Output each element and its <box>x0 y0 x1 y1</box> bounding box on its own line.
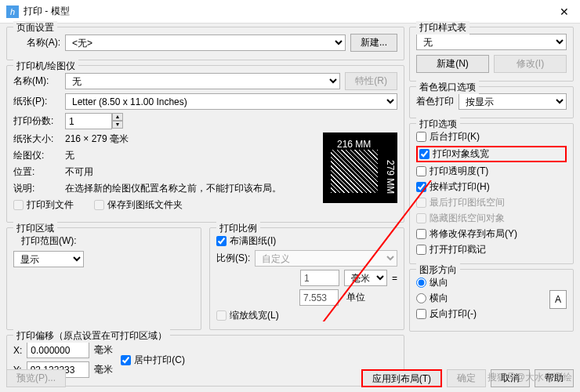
group-title: 打印比例 <box>216 222 260 235</box>
shade-print-label: 着色打印 <box>416 95 454 108</box>
open-stamp-checkbox[interactable]: 打开打印戳记 <box>416 243 567 256</box>
save-layout-checkbox[interactable]: 将修改保存到布局(Y) <box>416 227 567 241</box>
page-setup-name-select[interactable]: <无> <box>65 34 346 51</box>
scale-unit-select[interactable]: 毫米 <box>344 270 387 286</box>
landscape-radio[interactable]: 横向 <box>416 292 567 305</box>
print-options-group: 打印选项 后台打印(K) 打印对象线宽 打印透明度(T) 按样式打印(H) 最后… <box>409 123 574 264</box>
location-label: 位置: <box>13 165 60 179</box>
print-range-select[interactable]: 显示 <box>13 251 84 267</box>
window-title: 打印 - 模型 <box>24 5 555 18</box>
print-area-group: 打印区域 打印范围(W): 显示 <box>6 227 201 330</box>
group-title: 图形方向 <box>416 263 460 277</box>
close-icon[interactable]: ✕ <box>555 5 574 18</box>
copies-spinner[interactable]: ▲▼ <box>65 113 123 129</box>
reverse-print-checkbox[interactable]: 反向打印(-) <box>416 307 567 321</box>
obj-lineweight-checkbox[interactable]: 打印对象线宽 <box>416 146 567 162</box>
style-table-group: 打印样式表 无 新建(N)修改(I) <box>409 27 574 82</box>
unit-label: 单位 <box>343 291 386 304</box>
portrait-radio[interactable]: 纵向 <box>416 276 567 289</box>
x-label: X: <box>13 345 22 356</box>
scale-select[interactable]: 自定义 <box>255 250 397 267</box>
equals-label: = <box>392 273 397 284</box>
fit-paper-checkbox[interactable]: 布满图纸(I) <box>216 234 397 248</box>
orientation-group: 图形方向 纵向 横向 反向打印(-) A <box>409 269 574 332</box>
preview-height-label: 279 MM <box>385 160 396 194</box>
style-table-select[interactable]: 无 <box>416 34 567 50</box>
offset-x-input[interactable] <box>27 342 89 358</box>
spin-up-icon[interactable]: ▲ <box>112 113 123 121</box>
unit-label: 毫米 <box>94 343 113 357</box>
spin-down-icon[interactable]: ▼ <box>112 121 123 129</box>
preview-width-label: 216 MM <box>337 139 371 150</box>
style-modify-button[interactable]: 修改(I) <box>494 55 567 73</box>
paper-size-value: 216 × 279 毫米 <box>65 132 129 146</box>
copies-input[interactable] <box>65 113 112 129</box>
scale-num-input[interactable] <box>300 270 339 286</box>
shade-print-select[interactable]: 按显示 <box>459 93 567 110</box>
print-scale-group: 打印比例 布满图纸(I) 比例(S):自定义 毫米 = 单位 缩放线宽(L) <box>209 227 404 330</box>
desc-value: 在选择新的绘图仪配置名称之前，不能打印该布局。 <box>65 182 281 195</box>
preview-button[interactable]: 预览(P)... <box>6 369 66 387</box>
watermark: 搜狐号@大水牛测绘 <box>488 371 572 384</box>
group-title: 打印区域 <box>13 222 57 235</box>
paper-select[interactable]: Letter (8.50 x 11.00 Inches) <box>65 93 397 110</box>
ok-button[interactable]: 确定 <box>447 369 486 387</box>
desc-label: 说明: <box>13 182 60 195</box>
printer-group: 打印机/绘图仪 名称(M): 无 特性(R) 纸张(P): Letter (8.… <box>6 65 404 223</box>
scale-denom-input[interactable] <box>299 289 339 306</box>
scale-lineweight-checkbox[interactable]: 缩放线宽(L) <box>216 309 397 322</box>
group-title: 打印机/绘图仪 <box>13 60 78 73</box>
group-title: 着色视口选项 <box>416 81 479 94</box>
app-icon: h <box>6 5 19 18</box>
group-title: 打印选项 <box>416 118 460 131</box>
plotter-value: 无 <box>65 149 74 162</box>
page-setup-group: 页面设置 名称(A): <无> 新建... <box>6 27 404 60</box>
orientation-preview-icon: A <box>549 290 567 309</box>
by-style-checkbox[interactable]: 按样式打印(H) <box>416 180 567 194</box>
new-page-setup-button[interactable]: 新建... <box>350 34 397 52</box>
name-label: 名称(A): <box>13 36 60 49</box>
printer-name-select[interactable]: 无 <box>65 73 340 89</box>
print-range-label: 打印范围(W): <box>21 234 194 248</box>
location-value: 不可用 <box>65 165 93 179</box>
group-title: 打印样式表 <box>416 21 469 34</box>
transparency-checkbox[interactable]: 打印透明度(T) <box>416 165 567 178</box>
center-print-checkbox[interactable]: 居中打印(C) <box>121 354 185 367</box>
printer-name-label: 名称(M): <box>13 74 60 88</box>
copies-label: 打印份数: <box>13 114 60 128</box>
scale-label: 比例(S): <box>216 252 250 265</box>
shade-viewport-group: 着色视口选项 着色打印按显示 <box>409 86 574 118</box>
group-title: 页面设置 <box>13 21 57 34</box>
paper-preview: 216 MM 279 MM <box>323 132 397 203</box>
group-title: 打印偏移（原点设置在可打印区域） <box>13 329 170 343</box>
bg-print-checkbox[interactable]: 后台打印(K) <box>416 130 567 143</box>
titlebar: h 打印 - 模型 ✕ <box>0 0 580 24</box>
paper-label: 纸张(P): <box>13 95 60 108</box>
style-new-button[interactable]: 新建(N) <box>416 55 489 73</box>
print-to-file-checkbox[interactable]: 打印到文件 <box>13 198 74 212</box>
hide-space-checkbox[interactable]: 隐藏图纸空间对象 <box>416 212 567 225</box>
plotter-label: 绘图仪: <box>13 149 60 162</box>
save-paper-checkbox[interactable]: 保存到图纸文件夹 <box>94 198 183 212</box>
apply-layout-button[interactable]: 应用到布局(T) <box>361 369 442 387</box>
paper-size-label: 纸张大小: <box>13 132 60 146</box>
last-space-checkbox[interactable]: 最后打印图纸空间 <box>416 196 567 209</box>
printer-properties-button[interactable]: 特性(R) <box>345 72 397 90</box>
